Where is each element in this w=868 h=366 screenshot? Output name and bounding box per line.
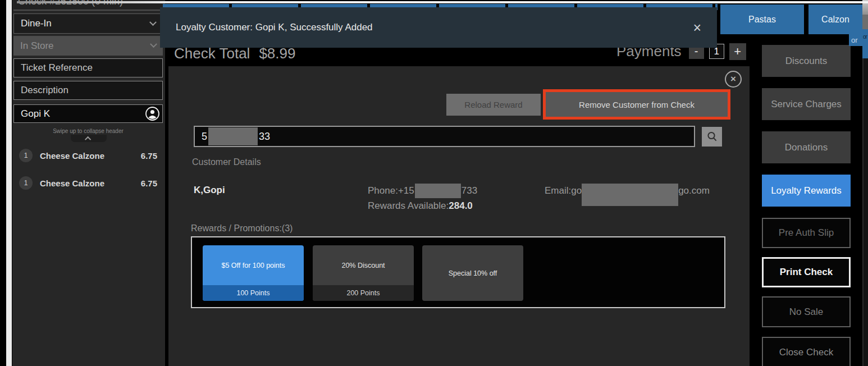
- customer-phone: Phone: +15 733: [368, 184, 477, 198]
- loyalty-rewards-button[interactable]: Loyalty Rewards: [762, 175, 851, 207]
- discounts-button[interactable]: Discounts: [762, 45, 851, 77]
- search-button[interactable]: [702, 127, 722, 147]
- reload-reward-button[interactable]: Reload Reward: [446, 94, 541, 116]
- phone-visible-end: 733: [462, 185, 477, 196]
- redaction-box: [415, 184, 461, 198]
- no-sale-button[interactable]: No Sale: [762, 296, 851, 327]
- customer-email: Email: go go.com: [545, 184, 710, 206]
- search-value-prefix: 5: [202, 131, 207, 143]
- item-name: Cheese Calzone: [40, 179, 141, 188]
- tab-pastas[interactable]: Pastas: [720, 4, 804, 34]
- close-check-button[interactable]: Close Check: [762, 337, 851, 366]
- right-edge-tab-fragment: or: [862, 29, 868, 58]
- chevron-down-icon: [150, 40, 157, 48]
- toast-message: Loyalty Customer: Gopi K, Successfully A…: [176, 22, 373, 33]
- top-highlight-line: [17, 1, 868, 3]
- quantity-badge: 1: [19, 149, 33, 162]
- rewards-list-container: $5 Off for 100 points 100 Points 20% Dis…: [191, 236, 725, 308]
- item-price: 6.75: [141, 179, 157, 188]
- loyalty-toast: Loyalty Customer: Gopi K, Successfully A…: [160, 7, 717, 48]
- reward-title: $5 Off for 100 points: [203, 245, 304, 285]
- swipe-hint-label: Swipe up to collapse header: [13, 128, 163, 134]
- remove-customer-from-check-button[interactable]: Remove Customer from Check: [543, 89, 730, 120]
- order-item-row[interactable]: 1 Cheese Calzone 6.75: [13, 147, 163, 164]
- right-edge-strip: [862, 58, 868, 366]
- tab-fragment: or: [849, 34, 862, 46]
- reward-card-special-10-off[interactable]: Special 10% off: [422, 245, 523, 301]
- rewards-promotions-label: Rewards / Promotions:(3): [191, 223, 293, 234]
- payments-plus-button[interactable]: +: [729, 43, 746, 60]
- customer-name-value: K,Gopi: [194, 185, 225, 196]
- pre-auth-slip-button[interactable]: Pre Auth Slip: [762, 218, 851, 248]
- phone-label: Phone:: [368, 185, 398, 196]
- order-item-row[interactable]: 1 Cheese Calzone 6.75: [13, 175, 163, 191]
- redaction-box: [208, 127, 258, 145]
- email-visible-start: go: [571, 184, 582, 196]
- rewards-available: Rewards Available: 284.0: [368, 200, 473, 212]
- reward-card-20-discount[interactable]: 20% Discount 200 Points: [313, 245, 414, 301]
- check-sidebar: Check #262800 (0 min) Dine-In In Store S…: [12, 0, 165, 366]
- quantity-badge: 1: [19, 176, 33, 190]
- order-mode-dropdown[interactable]: In Store: [13, 36, 163, 56]
- redaction-box: [582, 184, 678, 206]
- pos-app: Check #262800 (0 min) Dine-In In Store S…: [0, 0, 868, 366]
- chevron-up-icon: [85, 136, 91, 142]
- phone-visible-start: +15: [398, 185, 414, 196]
- service-charges-button[interactable]: Service Charges: [762, 88, 851, 120]
- order-type-value: Dine-In: [21, 18, 52, 29]
- description-input[interactable]: [13, 81, 163, 100]
- order-type-dropdown[interactable]: Dine-In: [13, 13, 163, 34]
- close-icon[interactable]: ×: [693, 21, 701, 35]
- customer-field[interactable]: [13, 104, 163, 123]
- reward-points: 100 Points: [203, 285, 304, 301]
- reward-title: 20% Discount: [313, 245, 414, 285]
- customer-details-label: Customer Details: [192, 157, 261, 167]
- collapse-header-handle[interactable]: [71, 135, 107, 142]
- customer-name-input[interactable]: [21, 108, 145, 120]
- right-edge-strip: [862, 15, 868, 29]
- item-name: Cheese Calzone: [40, 151, 141, 161]
- panel-close-icon[interactable]: ×: [725, 71, 742, 88]
- chevron-down-icon: [149, 19, 157, 26]
- reward-card-5-off[interactable]: $5 Off for 100 points 100 Points: [203, 245, 304, 301]
- email-label: Email:: [545, 184, 571, 196]
- person-icon: [145, 106, 160, 121]
- customer-search-input[interactable]: 5 33: [194, 126, 695, 147]
- reward-points: 200 Points: [313, 285, 414, 301]
- reward-title: Special 10% off: [422, 245, 523, 301]
- search-icon: [706, 131, 718, 143]
- left-edge-strip: [6, 0, 12, 366]
- item-price: 6.75: [141, 151, 157, 161]
- rewards-available-value: 284.0: [449, 200, 473, 212]
- ticket-reference-input[interactable]: [13, 58, 163, 77]
- order-mode-value: In Store: [20, 40, 54, 52]
- print-check-button[interactable]: Print Check: [762, 257, 851, 287]
- email-visible-end: go.com: [678, 184, 710, 196]
- tab-calzones[interactable]: Calzon: [808, 4, 862, 34]
- rewards-available-label: Rewards Available:: [368, 200, 449, 212]
- donations-button[interactable]: Donations: [762, 131, 851, 163]
- search-value-suffix: 33: [259, 131, 270, 143]
